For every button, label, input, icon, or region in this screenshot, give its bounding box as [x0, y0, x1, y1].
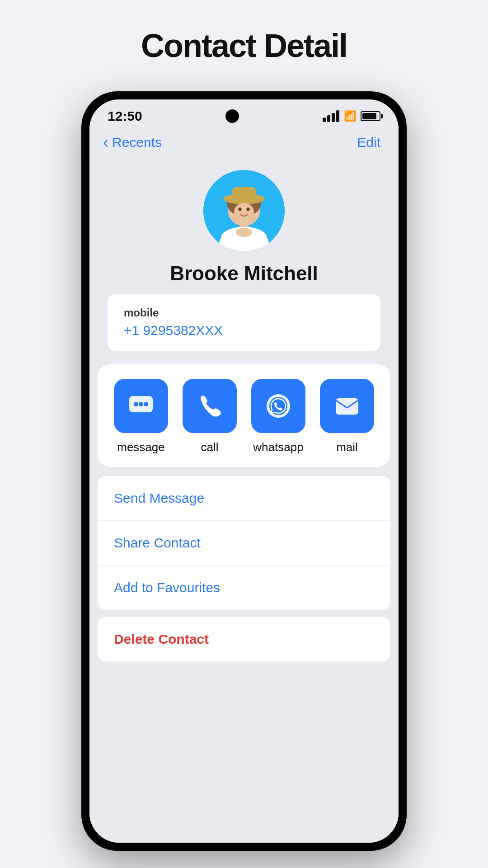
whatsapp-button[interactable]	[251, 379, 305, 433]
mail-button[interactable]	[320, 379, 374, 433]
wifi-icon: 📶	[344, 110, 356, 122]
svg-point-14	[139, 402, 143, 406]
mail-icon	[333, 392, 361, 420]
avatar	[203, 170, 285, 251]
send-message-option[interactable]: Send Message	[98, 476, 390, 521]
svg-point-15	[144, 402, 148, 406]
edit-button[interactable]: Edit	[357, 135, 380, 150]
action-item-call: call	[179, 379, 240, 454]
contact-name: Brooke Mitchell	[170, 262, 318, 285]
svg-point-13	[134, 402, 138, 406]
call-label: call	[201, 440, 218, 454]
mail-label: mail	[336, 440, 358, 454]
svg-point-8	[239, 208, 242, 211]
action-area: message call	[98, 364, 390, 467]
delete-contact-option[interactable]: Delete Contact	[98, 617, 390, 661]
add-favourites-option[interactable]: Add to Favourites	[98, 566, 390, 610]
options-area: Send Message Share Contact Add to Favour…	[89, 467, 399, 843]
phone-card: mobile +1 9295382XXX	[108, 294, 380, 351]
whatsapp-label: whatsapp	[253, 440, 303, 454]
battery-icon	[361, 111, 380, 121]
whatsapp-icon	[265, 392, 292, 420]
back-label: Recents	[112, 135, 162, 150]
svg-point-7	[234, 203, 254, 221]
chevron-left-icon: ‹	[103, 133, 108, 152]
phone-frame: 12:50 📶 ‹ Recents Edit	[81, 91, 407, 851]
status-icons: 📶	[323, 110, 380, 122]
svg-rect-6	[232, 187, 256, 202]
message-button[interactable]	[114, 379, 168, 433]
action-item-mail: mail	[316, 379, 378, 454]
phone-label: mobile	[124, 307, 364, 319]
svg-rect-18	[336, 399, 358, 414]
options-card: Send Message Share Contact Add to Favour…	[98, 476, 390, 610]
back-button[interactable]: ‹ Recents	[103, 133, 162, 152]
svg-point-11	[236, 228, 252, 237]
phone-number[interactable]: +1 9295382XXX	[124, 323, 364, 338]
signal-icon	[323, 110, 339, 122]
nav-bar: ‹ Recents Edit	[89, 128, 399, 161]
svg-point-9	[247, 208, 250, 211]
call-icon	[196, 392, 223, 420]
message-icon	[127, 392, 155, 420]
page-title: Contact Detail	[141, 27, 347, 64]
contact-area: Brooke Mitchell mobile +1 9295382XXX	[89, 161, 399, 364]
message-label: message	[117, 440, 165, 454]
action-item-message: message	[110, 379, 172, 454]
call-button[interactable]	[183, 379, 237, 433]
delete-card: Delete Contact	[98, 617, 390, 661]
svg-point-17	[269, 397, 287, 415]
share-contact-option[interactable]: Share Contact	[98, 521, 390, 566]
phone-screen: 12:50 📶 ‹ Recents Edit	[89, 99, 399, 843]
status-bar: 12:50 📶	[89, 99, 399, 128]
action-buttons: message call	[110, 379, 378, 454]
action-item-whatsapp: whatsapp	[248, 379, 309, 454]
notch	[225, 109, 239, 123]
status-time: 12:50	[108, 108, 142, 124]
